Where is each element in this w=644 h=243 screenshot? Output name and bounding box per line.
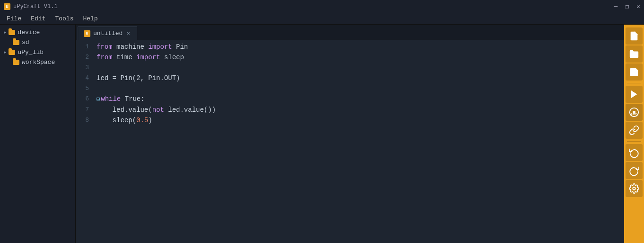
- minimize-button[interactable]: —: [614, 3, 618, 10]
- arrow-icon: ▶: [4, 30, 6, 35]
- code-line-1: 1 from machine import Pin: [76, 42, 624, 52]
- sidebar-item-workspace[interactable]: workSpace: [0, 57, 75, 67]
- redo-button[interactable]: [626, 162, 643, 179]
- sidebar-label-device: device: [18, 29, 40, 36]
- line-number-3: 3: [79, 63, 97, 73]
- code-line-4: 4 led = Pin(2, Pin.OUT): [76, 73, 624, 83]
- line-content-6: ⊟while True:: [97, 94, 620, 105]
- line-content-5: [97, 83, 620, 94]
- line-content-4: led = Pin(2, Pin.OUT): [97, 73, 620, 83]
- code-line-7: 7 led.value(not led.value()): [76, 105, 624, 115]
- save-file-button[interactable]: [626, 63, 643, 81]
- tab-label: untitled: [93, 30, 123, 37]
- stop-icon: STOP: [629, 107, 639, 117]
- tab-bar: u untitled ✕: [76, 25, 624, 40]
- sidebar: ▶ device sd ▶ uPy_lib workSpace: [0, 25, 76, 243]
- menu-tools[interactable]: Tools: [50, 14, 78, 23]
- line-number-6: 6: [79, 94, 97, 104]
- code-line-2: 2 from time import sleep: [76, 52, 624, 63]
- toolbar-separator-1: [627, 83, 641, 83]
- menu-edit[interactable]: Edit: [26, 14, 50, 23]
- tab-close-button[interactable]: ✕: [125, 29, 131, 37]
- line-number-8: 8: [79, 115, 97, 126]
- new-file-button[interactable]: [626, 27, 643, 45]
- line-number-5: 5: [79, 83, 97, 94]
- save-file-icon: [629, 67, 639, 77]
- sidebar-label-upylib: uPy_lib: [18, 49, 44, 56]
- window-controls: — ❐ ✕: [614, 3, 640, 10]
- code-line-3: 3: [76, 63, 624, 73]
- tab-file-icon: u: [84, 30, 90, 37]
- toolbar-separator-2: [627, 141, 641, 142]
- right-toolbar: STOP: [624, 25, 644, 243]
- code-line-8: 8 sleep(0.5): [76, 115, 624, 126]
- line-number-2: 2: [79, 52, 97, 63]
- app-title: uPyCraft V1.1: [13, 3, 58, 10]
- sidebar-item-sd[interactable]: sd: [0, 37, 75, 47]
- svg-point-6: [633, 187, 635, 190]
- code-editor[interactable]: 1 from machine import Pin 2 from time im…: [76, 40, 624, 243]
- stop-button[interactable]: STOP: [626, 104, 643, 121]
- main-area: ▶ device sd ▶ uPy_lib workSpace u untitl…: [0, 25, 644, 243]
- editor-area: u untitled ✕ 1 from machine import Pin 2…: [76, 25, 624, 243]
- run-button[interactable]: [626, 86, 643, 103]
- settings-icon: [629, 183, 639, 194]
- line-content-7: led.value(not led.value()): [97, 105, 620, 115]
- svg-marker-3: [631, 90, 637, 99]
- menu-file[interactable]: File: [2, 14, 26, 23]
- arrow-icon-upylib: ▶: [4, 50, 6, 55]
- close-button[interactable]: ✕: [636, 3, 640, 10]
- redo-icon: [629, 165, 639, 176]
- app-icon: u: [4, 3, 10, 10]
- code-line-5: 5: [76, 83, 624, 94]
- line-content-3: [97, 63, 620, 73]
- undo-icon: [629, 147, 639, 158]
- menu-bar: File Edit Tools Help: [0, 13, 644, 25]
- line-content-1: from machine import Pin: [97, 42, 620, 52]
- line-content-2: from time import sleep: [97, 52, 620, 63]
- open-file-button[interactable]: [626, 45, 643, 63]
- line-content-8: sleep(0.5): [97, 115, 620, 126]
- open-file-icon: [629, 49, 639, 59]
- sidebar-item-device[interactable]: ▶ device: [0, 27, 75, 37]
- folder-icon-device: [9, 30, 15, 35]
- tab-untitled[interactable]: u untitled ✕: [78, 27, 137, 40]
- run-icon: [629, 89, 639, 99]
- maximize-button[interactable]: ❐: [625, 3, 629, 10]
- sidebar-label-sd: sd: [22, 39, 29, 46]
- folder-icon-sd: [13, 40, 19, 45]
- title-bar-left: u uPyCraft V1.1: [4, 3, 58, 10]
- line-number-4: 4: [79, 73, 97, 83]
- line-number-7: 7: [79, 105, 97, 115]
- title-bar: u uPyCraft V1.1 — ❐ ✕: [0, 0, 644, 13]
- undo-button[interactable]: [626, 144, 643, 161]
- svg-text:STOP: STOP: [631, 112, 637, 116]
- sidebar-item-upylib[interactable]: ▶ uPy_lib: [0, 47, 75, 57]
- new-file-icon: [629, 31, 639, 41]
- folder-icon-upylib: [9, 50, 15, 55]
- folder-icon-workspace: [13, 60, 19, 65]
- sidebar-label-workspace: workSpace: [22, 59, 55, 66]
- line-number-1: 1: [79, 42, 97, 52]
- code-line-6: 6 ⊟while True:: [76, 94, 624, 105]
- menu-help[interactable]: Help: [78, 14, 102, 23]
- connect-icon: [629, 125, 639, 135]
- connect-button[interactable]: [626, 122, 643, 139]
- settings-button[interactable]: [626, 180, 643, 197]
